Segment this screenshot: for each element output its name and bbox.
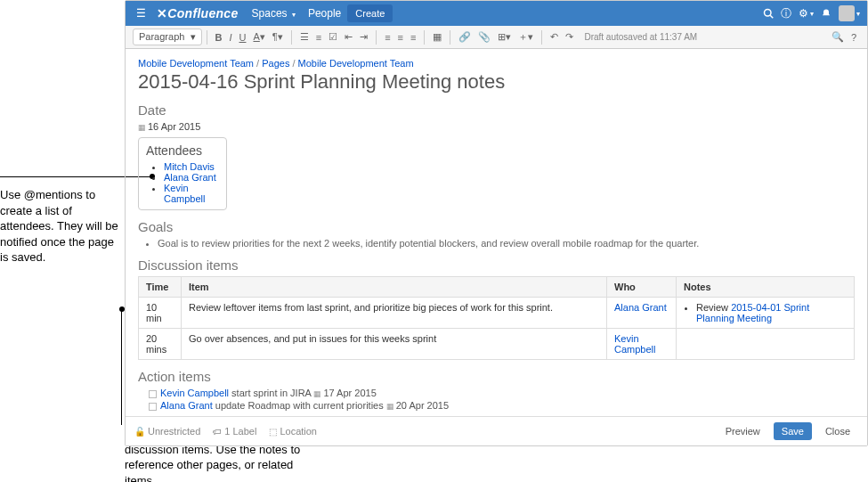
tag-icon: 🏷 <box>213 427 222 437</box>
editor-content[interactable]: Mobile Development Team / Pages / Mobile… <box>126 49 867 416</box>
bold-button[interactable]: B <box>215 32 223 43</box>
breadcrumb-pages[interactable]: Pages <box>262 58 289 69</box>
attendee-link[interactable]: Kevin Campbell <box>164 183 205 204</box>
menu-icon[interactable]: ☰ <box>136 7 146 20</box>
user-menu-caret[interactable]: ▾ <box>856 10 860 18</box>
user-avatar[interactable] <box>839 5 855 21</box>
restrictions-button[interactable]: 🔓Unrestricted <box>134 426 200 437</box>
bullet-list-button[interactable]: ☰ <box>300 31 309 43</box>
save-button[interactable]: Save <box>774 422 812 440</box>
calendar-icon: ▦ <box>138 123 146 132</box>
indent-button[interactable]: ⇥ <box>360 31 368 43</box>
confluence-logo[interactable]: ✕Confluence <box>157 6 239 20</box>
action-item[interactable]: Alana Grant update Roadmap with current … <box>149 400 855 411</box>
breadcrumb: Mobile Development Team / Pages / Mobile… <box>138 58 855 69</box>
editor-toolbar: Paragraph ▾ B I U A▾ ¶▾ ☰ ≡ ☑ ⇤ ⇥ ≡ ≡ ≡ … <box>126 26 867 49</box>
calendar-icon: ▦ <box>386 402 394 411</box>
section-goals: Goals <box>138 219 855 234</box>
top-navbar: ☰ ✕Confluence Spaces ▾ People Create ⓘ ⚙… <box>126 1 867 26</box>
italic-button[interactable]: I <box>229 32 231 43</box>
task-list-button[interactable]: ☑ <box>329 31 337 43</box>
more-format-button[interactable]: ¶▾ <box>272 31 283 43</box>
labels-button[interactable]: 🏷1 Label <box>213 426 256 437</box>
svg-line-1 <box>770 15 773 18</box>
insert-button[interactable]: ＋▾ <box>518 30 533 44</box>
user-link[interactable]: Kevin Campbell <box>160 388 229 398</box>
autosave-status: Draft autosaved at 11:37 AM <box>584 32 697 42</box>
attendee-link[interactable]: Mitch Davis <box>164 161 215 172</box>
col-time: Time <box>139 277 182 298</box>
discussion-table[interactable]: Time Item Who Notes 10 min Review leftov… <box>138 276 855 360</box>
goal-item[interactable]: Goal is to review priorities for the nex… <box>158 238 855 249</box>
create-button[interactable]: Create <box>347 4 393 22</box>
section-action: Action items <box>138 369 855 384</box>
calendar-icon: ▦ <box>313 389 321 398</box>
action-items-list: Kevin Campbell start sprint in JIRA ▦17 … <box>138 388 855 411</box>
align-center-button[interactable]: ≡ <box>398 32 403 43</box>
layout-button[interactable]: ▦ <box>433 31 442 43</box>
user-link[interactable]: Alana Grant <box>160 400 213 411</box>
close-button[interactable]: Close <box>817 422 858 440</box>
page-title[interactable]: 2015-04-16 Sprint Planning Meeting notes <box>138 70 855 94</box>
attendee-link[interactable]: Alana Grant <box>164 172 216 183</box>
callout-attendees: Use @mentions to create a list of attend… <box>0 187 120 266</box>
paragraph-style-select[interactable]: Paragraph ▾ <box>133 29 202 45</box>
lock-icon: 🔓 <box>134 427 145 437</box>
align-left-button[interactable]: ≡ <box>385 32 390 43</box>
editor-window: ☰ ✕Confluence Spaces ▾ People Create ⓘ ⚙… <box>125 0 868 446</box>
section-date: Date <box>138 102 855 118</box>
outdent-button[interactable]: ⇤ <box>345 31 353 43</box>
section-discussion: Discussion items <box>138 257 855 273</box>
section-attendees: Attendees <box>146 143 219 158</box>
col-notes: Notes <box>677 277 855 298</box>
col-who: Who <box>607 277 677 298</box>
date-value[interactable]: ▦16 Apr 2015 <box>138 121 855 132</box>
text-color-button[interactable]: A▾ <box>253 31 264 43</box>
nav-spaces[interactable]: Spaces ▾ <box>252 7 296 20</box>
align-right-button[interactable]: ≡ <box>410 32 416 43</box>
checkbox-icon[interactable] <box>149 390 157 398</box>
col-item: Item <box>182 277 607 298</box>
undo-button[interactable]: ↶ <box>550 31 558 43</box>
nav-people[interactable]: People <box>308 7 341 20</box>
help-icon[interactable]: ⓘ <box>781 6 791 21</box>
table-row[interactable]: 20 mins Go over absences, and put in iss… <box>139 329 855 360</box>
attachment-button[interactable]: 📎 <box>478 31 491 43</box>
notifications-icon[interactable] <box>821 8 831 19</box>
find-button[interactable]: 🔍 <box>831 31 844 43</box>
link-button[interactable]: 🔗 <box>458 31 471 43</box>
location-button[interactable]: ⬚Location <box>269 426 317 437</box>
search-icon[interactable] <box>763 8 774 19</box>
table-row[interactable]: 10 min Review leftover items from last s… <box>139 298 855 329</box>
underline-button[interactable]: U <box>239 32 247 43</box>
redo-button[interactable]: ↷ <box>565 31 573 43</box>
checkbox-icon[interactable] <box>149 403 157 411</box>
breadcrumb-parent[interactable]: Mobile Development Team <box>298 58 414 69</box>
attendees-panel: Attendees Mitch Davis Alana Grant Kevin … <box>138 137 227 210</box>
svg-point-0 <box>765 10 772 17</box>
gear-icon[interactable]: ⚙▾ <box>799 7 814 20</box>
location-icon: ⬚ <box>269 427 277 437</box>
breadcrumb-space[interactable]: Mobile Development Team <box>138 58 254 69</box>
table-button[interactable]: ⊞▾ <box>498 31 511 43</box>
number-list-button[interactable]: ≡ <box>316 32 321 43</box>
user-link[interactable]: Kevin Campbell <box>614 333 655 355</box>
preview-button[interactable]: Preview <box>718 422 768 440</box>
help-button[interactable]: ? <box>851 32 856 43</box>
action-item[interactable]: Kevin Campbell start sprint in JIRA ▦17 … <box>149 388 855 398</box>
editor-footer: 🔓Unrestricted 🏷1 Label ⬚Location Preview… <box>126 416 867 445</box>
user-link[interactable]: Alana Grant <box>614 302 667 313</box>
